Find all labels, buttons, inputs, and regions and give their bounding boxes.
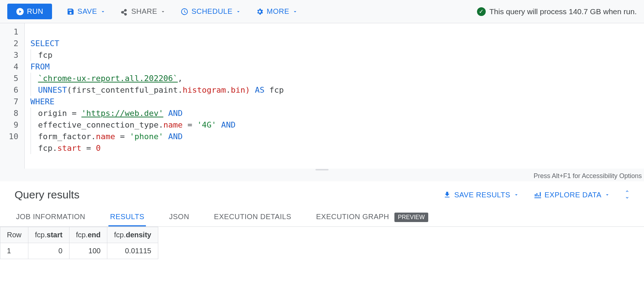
cell-density: 0.01115 xyxy=(107,243,158,259)
download-icon xyxy=(443,191,451,199)
tab-execution-details[interactable]: EXECUTION DETAILS xyxy=(212,208,293,226)
status-text: This query will process 140.7 GB when ru… xyxy=(489,7,637,16)
explore-data-label: EXPLORE DATA xyxy=(545,191,601,199)
schedule-button[interactable]: SCHEDULE xyxy=(180,7,241,16)
chevron-down-icon xyxy=(235,8,241,16)
col-fcp-density: fcp.density xyxy=(107,227,158,243)
play-icon xyxy=(16,8,24,16)
clock-icon xyxy=(180,8,188,16)
chevron-down-icon xyxy=(292,8,298,16)
preview-badge: PREVIEW xyxy=(394,213,429,222)
check-icon: ✓ xyxy=(477,7,486,16)
save-results-label: SAVE RESULTS xyxy=(454,191,510,199)
chevron-down-icon xyxy=(160,8,166,16)
query-toolbar: RUN SAVE SHARE SCHEDULE MORE ✓ This quer… xyxy=(0,0,644,23)
cell-end: 100 xyxy=(69,243,107,259)
chevron-down-icon: ⌄ xyxy=(625,195,629,198)
more-label: MORE xyxy=(267,7,289,16)
accessibility-hint: Press Alt+F1 for Accessibility Options xyxy=(0,171,644,181)
tab-execution-graph[interactable]: EXECUTION GRAPH xyxy=(315,208,391,226)
share-icon xyxy=(120,8,128,16)
chevron-down-icon xyxy=(100,8,106,16)
cell-row: 1 xyxy=(0,243,28,259)
save-icon xyxy=(67,8,75,16)
share-label: SHARE xyxy=(131,7,157,16)
results-tabs: JOB INFORMATION RESULTS JSON EXECUTION D… xyxy=(0,205,644,227)
run-button[interactable]: RUN xyxy=(7,4,52,19)
col-row: Row xyxy=(0,227,28,243)
tab-job-information[interactable]: JOB INFORMATION xyxy=(15,208,87,226)
col-fcp-start: fcp.start xyxy=(28,227,69,243)
sql-editor[interactable]: 1 2 3 4 5 6 7 8 9 10 SELECT fcp FROM `ch… xyxy=(0,23,644,169)
tab-json[interactable]: JSON xyxy=(168,208,191,226)
results-header: Query results SAVE RESULTS EXPLORE DATA … xyxy=(0,181,644,205)
save-label: SAVE xyxy=(77,7,97,16)
line-gutter: 1 2 3 4 5 6 7 8 9 10 xyxy=(0,23,25,169)
run-label: RUN xyxy=(27,7,43,16)
save-button[interactable]: SAVE xyxy=(67,7,106,16)
share-button[interactable]: SHARE xyxy=(120,7,166,16)
expand-toggle[interactable]: ⌃ ⌄ xyxy=(625,191,629,198)
tab-results[interactable]: RESULTS xyxy=(108,208,146,226)
table-header-row: Row fcp.start fcp.end fcp.density xyxy=(0,227,158,243)
table-row[interactable]: 1 0 100 0.01115 xyxy=(0,243,158,259)
gear-icon xyxy=(256,8,264,16)
more-button[interactable]: MORE xyxy=(256,7,298,16)
results-table: Row fcp.start fcp.end fcp.density 1 0 10… xyxy=(0,227,158,259)
query-status: ✓ This query will process 140.7 GB when … xyxy=(477,7,637,16)
schedule-label: SCHEDULE xyxy=(191,7,232,16)
col-fcp-end: fcp.end xyxy=(69,227,107,243)
chevron-down-icon xyxy=(513,191,519,199)
save-results-button[interactable]: SAVE RESULTS xyxy=(443,191,519,199)
code-area[interactable]: SELECT fcp FROM `chrome-ux-report.all.20… xyxy=(25,23,290,169)
cell-start: 0 xyxy=(28,243,69,259)
explore-data-button[interactable]: EXPLORE DATA xyxy=(534,191,610,199)
chart-icon xyxy=(534,191,542,199)
results-title: Query results xyxy=(15,189,79,201)
chevron-down-icon xyxy=(604,191,610,199)
